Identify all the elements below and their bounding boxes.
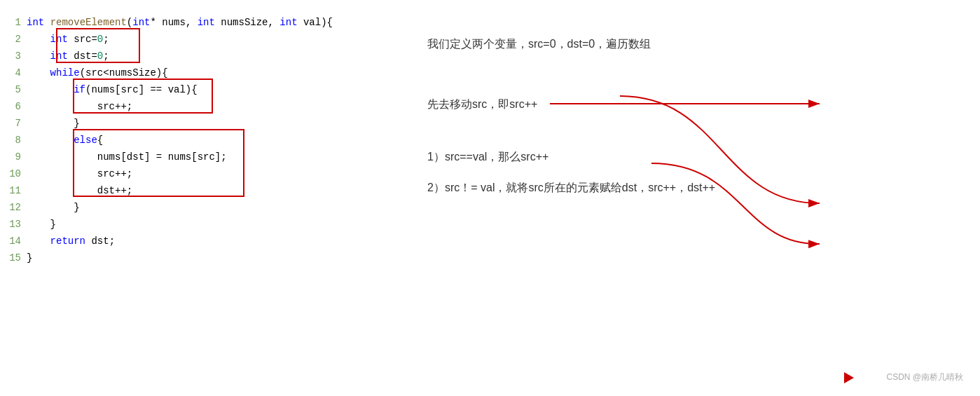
line-content-1: int removeElement(int* nums, int numsSiz… [27,14,333,31]
line-num-10: 10 [7,165,27,182]
line-num-6: 6 [7,98,27,115]
annotation-2: 先去移动src，即src++ [427,95,959,114]
code-line-5: 5 if(nums[src] == val){ [7,81,406,98]
line-content-6: src++; [27,98,132,115]
line-content-5: if(nums[src] == val){ [27,81,198,98]
line-num-12: 12 [7,199,27,216]
line-num-7: 7 [7,115,27,132]
line-num-13: 13 [7,216,27,233]
code-line-12: 12 } [7,199,406,216]
line-content-11: dst++; [27,182,132,199]
line-num-1: 1 [7,14,27,31]
line-content-14: return dst; [27,233,115,250]
code-lines: 1 int removeElement(int* nums, int numsS… [7,14,406,266]
line-num-2: 2 [7,31,27,48]
code-line-9: 9 nums[dst] = nums[src]; [7,149,406,165]
line-num-9: 9 [7,149,27,165]
line-num-8: 8 [7,132,27,149]
annotation-4: 2）src！= val，就将src所在的元素赋给dst，src++，dst++ [427,179,959,197]
code-line-11: 11 dst++; [7,182,406,199]
play-button[interactable] [844,372,854,383]
line-content-7: } [27,115,80,132]
line-content-13: } [27,216,56,233]
code-line-15: 15 } [7,250,406,266]
code-line-14: 14 return dst; [7,233,406,250]
code-line-2: 2 int src=0; [7,31,406,48]
code-line-8: 8 else{ [7,132,406,149]
annotation-panel: 我们定义两个变量，src=0，dst=0，遍历数组 先去移动src，即src++… [406,0,980,396]
annotation-1: 我们定义两个变量，src=0，dst=0，遍历数组 [427,35,959,53]
annotation-3: 1）src==val，那么src++ [427,148,959,166]
code-panel: 1 int removeElement(int* nums, int numsS… [0,0,406,396]
line-content-9: nums[dst] = nums[src]; [27,149,227,165]
code-line-7: 7 } [7,115,406,132]
line-content-15: } [27,250,32,266]
line-num-3: 3 [7,48,27,64]
line-num-11: 11 [7,182,27,199]
watermark: CSDN @南桥几晴秋 [886,371,963,383]
line-num-15: 15 [7,250,27,266]
code-line-6: 6 src++; [7,98,406,115]
code-line-10: 10 src++; [7,165,406,182]
line-content-2: int src=0; [27,31,109,48]
line-content-3: int dst=0; [27,48,109,64]
code-line-3: 3 int dst=0; [7,48,406,64]
arrow-3 [651,163,820,244]
code-line-1: 1 int removeElement(int* nums, int numsS… [7,14,406,31]
line-content-8: else{ [27,132,103,149]
code-line-13: 13 } [7,216,406,233]
arrows-svg [406,0,980,396]
line-content-4: while(src<numsSize){ [27,64,168,81]
line-num-5: 5 [7,81,27,98]
main-container: 1 int removeElement(int* nums, int numsS… [0,0,980,396]
code-line-4: 4 while(src<numsSize){ [7,64,406,81]
line-content-10: src++; [27,165,132,182]
line-num-4: 4 [7,64,27,81]
line-num-14: 14 [7,233,27,250]
line-content-12: } [27,199,80,216]
